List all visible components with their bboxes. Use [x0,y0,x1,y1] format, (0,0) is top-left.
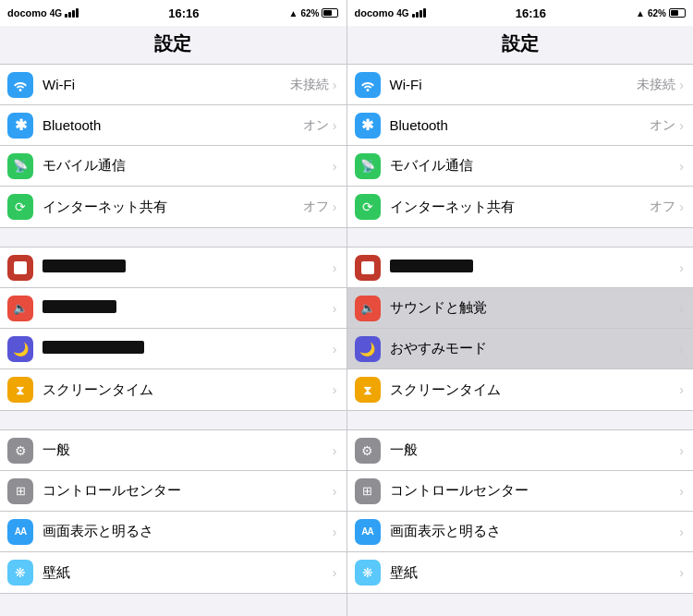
left-general-label: 一般 [43,441,333,459]
left-status-left: docomo 4G [7,7,79,18]
svg-rect-0 [14,261,27,274]
left-gps-icon: ▲ [289,8,298,18]
right-general-chevron: › [679,443,684,458]
left-bt-label: Bluetooth [43,117,303,133]
left-row-screentime[interactable]: ⧗ スクリーンタイム › [0,369,346,410]
left-carrier: docomo [7,7,47,18]
left-row-hidden3[interactable]: 🌙 › [0,329,346,369]
right-mobile-icon: 📡 [355,153,381,179]
right-gps-icon: ▲ [636,8,645,18]
left-row-mobile[interactable]: 📡 モバイル通信 › [0,146,346,187]
right-spacer-2 [347,415,694,426]
left-wallpaper-icon: ❋ [7,560,33,586]
right-share-chevron: › [679,199,684,214]
right-battery-icon [669,8,686,18]
left-row-control[interactable]: ⊞ コントロールセンター › [0,471,346,512]
left-share-icon: ⟳ [7,194,33,220]
right-display-icon: AA [355,519,381,545]
left-row-bluetooth[interactable]: ✱ Bluetooth オン › [0,105,346,146]
left-row-hidden2[interactable]: 🔈 › [0,288,346,329]
left-wallpaper-chevron: › [333,565,337,580]
right-screentime-chevron: › [679,382,684,397]
left-wifi-label: Wi-Fi [43,77,290,92]
right-bt-icon: ✱ [355,113,381,139]
right-wallpaper-icon: ❋ [355,560,381,586]
right-moon-label: おやすみモード [390,340,680,357]
left-panel: docomo 4G 16:16 ▲ 62% 設定 Wi-Fi 未接続 [0,0,346,616]
left-display-icon: AA [7,519,33,545]
left-control-icon: ⊞ [7,478,33,504]
left-spacer-2 [0,415,346,426]
right-row-wifi[interactable]: Wi-Fi 未接続 › [347,65,694,105]
right-general-label: 一般 [390,441,680,459]
left-redbox-icon [7,255,33,281]
right-control-label: コントロールセンター [390,482,680,500]
left-group-connectivity: Wi-Fi 未接続 › ✱ Bluetooth オン › 📡 モバイル通信 › … [0,64,346,228]
right-row-general[interactable]: ⚙ 一般 › [347,430,694,471]
right-wifi-label: Wi-Fi [390,77,638,92]
right-wifi-value: 未接続 [637,77,675,93]
left-screen-icon: ⧗ [7,377,33,403]
left-row-general[interactable]: ⚙ 一般 › [0,430,346,471]
left-screentime-chevron: › [333,382,337,397]
right-status-bar: docomo 4G 16:16 ▲ 62% [347,0,694,26]
left-mobile-label: モバイル通信 [43,157,333,175]
left-row-wallpaper[interactable]: ❋ 壁紙 › [0,552,346,593]
left-row-share[interactable]: ⟳ インターネット共有 オフ › [0,187,346,227]
right-spacer-1 [347,232,694,243]
right-group-connectivity: Wi-Fi 未接続 › ✱ Bluetooth オン › 📡 モバイル通信 › … [347,64,694,228]
left-network: 4G [50,8,62,18]
right-control-chevron: › [679,484,684,499]
right-carrier: docomo [355,7,395,18]
right-share-value: オフ [650,199,675,215]
left-sound-icon: 🔈 [7,296,33,321]
left-row-display[interactable]: AA 画面表示と明るさ › [0,512,346,552]
svg-rect-1 [361,261,374,274]
right-wifi-chevron: › [679,78,684,92]
right-battery-pct: 62% [648,8,666,18]
right-bt-label: Bluetooth [390,117,650,133]
left-row-hidden1[interactable]: › [0,248,346,288]
right-wallpaper-label: 壁紙 [390,564,680,582]
right-display-label: 画面表示と明るさ [390,523,680,540]
left-bt-chevron: › [333,118,337,133]
left-hidden2-label [43,300,333,316]
right-row-display[interactable]: AA 画面表示と明るさ › [347,512,694,552]
right-sound-label: サウンドと触覚 [390,299,680,317]
right-sound-icon: 🔈 [355,296,381,321]
left-time: 16:16 [168,6,199,20]
right-row-mobile[interactable]: 📡 モバイル通信 › [347,146,694,187]
left-general-icon: ⚙ [7,438,33,464]
right-row-wallpaper[interactable]: ❋ 壁紙 › [347,552,694,593]
left-mobile-chevron: › [333,159,337,174]
right-status-left: docomo 4G [355,7,426,18]
right-signal-bars [412,8,426,18]
right-row-screentime[interactable]: ⧗ スクリーンタイム › [347,369,694,410]
left-bt-icon: ✱ [7,113,33,139]
left-bt-value: オン [303,117,329,134]
left-share-label: インターネット共有 [43,199,303,216]
right-row-share[interactable]: ⟳ インターネット共有 オフ › [347,187,694,227]
right-screentime-label: スクリーンタイム [390,381,680,399]
left-battery-icon [322,8,338,18]
right-control-icon: ⊞ [355,478,381,504]
right-share-label: インターネット共有 [390,199,650,216]
right-wifi-icon [355,72,381,98]
right-row-moon[interactable]: 🌙 おやすみモード › [347,329,694,369]
right-status-right: ▲ 62% [636,8,686,18]
right-row-control[interactable]: ⊞ コントロールセンター › [347,471,694,512]
right-screen-icon: ⧗ [355,377,381,403]
left-wifi-chevron: › [333,78,337,92]
left-spacer-1 [0,232,346,243]
left-share-chevron: › [333,199,337,214]
left-mobile-icon: 📡 [7,153,33,179]
left-general-chevron: › [333,443,337,458]
right-mobile-chevron: › [679,159,684,174]
left-hidden3-chevron: › [333,342,337,356]
right-row-hidden1[interactable]: › [347,248,694,288]
left-share-value: オフ [303,199,329,215]
right-row-sound[interactable]: 🔈 サウンドと触覚 › [347,288,694,329]
left-row-wifi[interactable]: Wi-Fi 未接続 › [0,65,346,105]
left-wallpaper-label: 壁紙 [43,564,333,582]
right-row-bluetooth[interactable]: ✱ Bluetooth オン › [347,105,694,146]
